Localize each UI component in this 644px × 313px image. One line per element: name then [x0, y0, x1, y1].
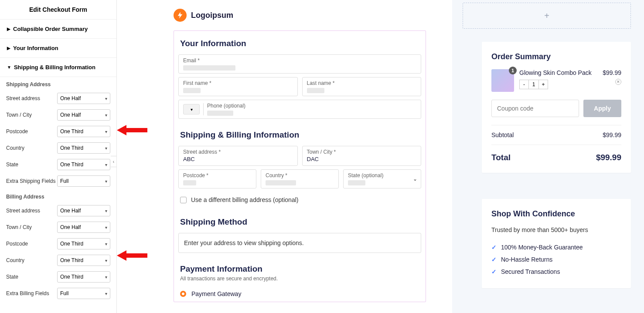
total-value: $99.99: [596, 153, 621, 162]
ship-method-title: Shipping Method: [174, 209, 426, 233]
field-label-postcode: Postcode: [6, 128, 28, 135]
accordion-label: Collapsible Order Summary: [13, 26, 88, 32]
payment-subtitle: All transactions are secure and encrypte…: [174, 276, 426, 286]
field-label-extra-billing: Extra Billing Fields: [6, 290, 49, 296]
payment-gateway-option[interactable]: Payment Gateway: [174, 286, 426, 302]
right-column: + Order Summary 1 Glowing Skin Combo Pac…: [452, 0, 644, 313]
checkout-form-panel: Your Information Email * First name * La…: [174, 30, 426, 302]
qty-stepper: - 1 +: [519, 80, 621, 89]
field-label-town: Town / City: [6, 112, 32, 118]
logo-text: Logoipsum: [191, 11, 233, 20]
ship-bill-title: Shipping & Billing Information: [174, 122, 426, 146]
subtotal-value: $99.99: [603, 131, 621, 138]
select-billing-postcode[interactable]: One Third: [57, 238, 110, 249]
coupon-input[interactable]: [491, 100, 579, 117]
last-name-field[interactable]: Last name *: [302, 77, 422, 96]
accordion-label: Shipping & Billing Information: [14, 64, 95, 71]
chevron-down-icon: ⌄: [413, 176, 417, 182]
qty-minus-button[interactable]: -: [519, 80, 529, 89]
sidebar-title: Edit Checkout Form: [0, 0, 116, 20]
trust-item-returns: ✓No-Hassle Returns: [491, 253, 621, 266]
select-shipping-state[interactable]: One Third: [57, 159, 110, 170]
remove-item-button[interactable]: ✕: [615, 79, 621, 85]
sidebar-collapse-toggle[interactable]: ‹: [111, 156, 117, 167]
check-icon: ✓: [491, 268, 497, 275]
town-city-field[interactable]: Town / City * DAC: [302, 146, 422, 166]
logo-mark-icon: [174, 9, 187, 22]
select-shipping-postcode[interactable]: One Third: [57, 126, 110, 137]
first-name-field[interactable]: First name *: [178, 77, 298, 96]
order-summary-title: Order Summary: [491, 52, 621, 61]
select-billing-town[interactable]: One Half: [57, 222, 110, 233]
payment-title: Payment Information: [174, 256, 426, 276]
accordion-label: Your Information: [13, 45, 58, 51]
order-item: 1 Glowing Skin Combo Pack - 1 + $99.99 ✕: [491, 69, 621, 92]
field-label-town-b: Town / City: [6, 224, 32, 230]
radio-selected-icon: [180, 291, 186, 297]
check-icon: ✓: [491, 256, 497, 263]
country-field[interactable]: Country *: [261, 169, 339, 188]
street-address-field[interactable]: Street address * ABC: [178, 146, 298, 166]
caret-right-icon: ▶: [7, 27, 10, 31]
accordion-shipping-billing[interactable]: ▼Shipping & Billing Information: [0, 58, 116, 77]
select-shipping-country[interactable]: One Third: [57, 142, 110, 154]
accordion-your-info[interactable]: ▶Your Information: [0, 39, 116, 58]
accordion-collapsible-order[interactable]: ▶Collapsible Order Summary: [0, 20, 116, 39]
trust-item-secured: ✓Secured Transactions: [491, 266, 621, 278]
billing-address-label: Billing Address: [0, 189, 116, 202]
select-billing-country[interactable]: One Third: [57, 255, 110, 266]
phone-country-select[interactable]: ▾: [183, 104, 200, 114]
field-label-state: State: [6, 162, 18, 168]
subtotal-label: Subtotal: [491, 131, 514, 138]
product-qty-badge: 1: [509, 67, 517, 74]
select-shipping-extra[interactable]: Full: [57, 175, 110, 187]
field-label-state-b: State: [6, 274, 18, 280]
logo: Logoipsum: [174, 9, 426, 22]
add-widget-placeholder[interactable]: +: [463, 3, 631, 29]
field-label-postcode-b: Postcode: [6, 241, 28, 247]
checkout-preview: Logoipsum Your Information Email * First…: [117, 0, 452, 313]
confidence-card: Shop With Confidence Trusted by more tha…: [482, 199, 631, 288]
plus-icon: +: [544, 11, 549, 21]
select-shipping-town[interactable]: One Half: [57, 109, 110, 121]
qty-plus-button[interactable]: +: [538, 80, 548, 89]
your-info-title: Your Information: [174, 31, 426, 54]
select-billing-state[interactable]: One Third: [57, 271, 110, 283]
select-shipping-street[interactable]: One Half: [57, 93, 110, 104]
field-label-country: Country: [6, 145, 24, 151]
field-label-street: Street address: [6, 95, 40, 101]
order-summary-card: Order Summary 1 Glowing Skin Combo Pack …: [482, 42, 631, 173]
select-billing-street[interactable]: One Half: [57, 205, 110, 216]
sidebar: Edit Checkout Form ▶Collapsible Order Su…: [0, 0, 117, 313]
field-label-extra-shipping: Extra Shipping Fields: [6, 178, 55, 184]
total-label: Total: [491, 153, 511, 162]
shipping-address-label: Shipping Address: [0, 77, 116, 90]
field-label-street-b: Street address: [6, 208, 40, 214]
select-billing-extra[interactable]: Full: [57, 288, 110, 299]
state-field[interactable]: State (optional) ⌄: [343, 169, 421, 188]
product-price: $99.99: [603, 69, 621, 76]
product-image: 1: [491, 69, 514, 92]
ship-method-message: Enter your address to view shipping opti…: [178, 233, 421, 253]
field-label-country-b: Country: [6, 257, 24, 263]
confidence-title: Shop With Confidence: [491, 209, 621, 219]
caret-right-icon: ▶: [7, 46, 10, 50]
diff-billing-label: Use a different billing address (optiona…: [191, 196, 298, 203]
apply-coupon-button[interactable]: Apply: [583, 100, 621, 117]
phone-field[interactable]: ▾ Phone (optional): [178, 100, 421, 119]
check-icon: ✓: [491, 244, 497, 251]
diff-billing-checkbox[interactable]: [180, 197, 187, 203]
trusted-text: Trusted by more than 5000+ buyers: [491, 226, 621, 233]
caret-down-icon: ▼: [7, 65, 11, 70]
qty-value: 1: [529, 80, 538, 89]
trust-item-guarantee: ✓100% Money-Back Guarantee: [491, 241, 621, 253]
email-field[interactable]: Email *: [178, 54, 421, 74]
postcode-field[interactable]: Postcode *: [178, 169, 256, 188]
